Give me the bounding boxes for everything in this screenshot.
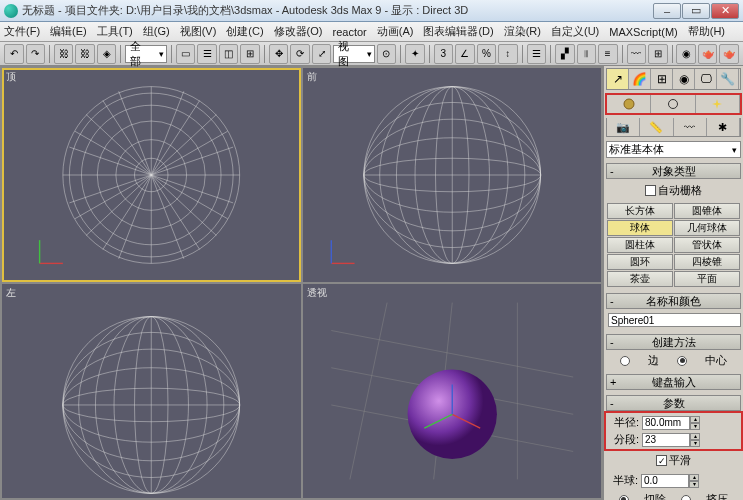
btn-box[interactable]: 长方体 <box>607 203 673 219</box>
menu-file[interactable]: 文件(F) <box>4 24 40 39</box>
btn-sphere[interactable]: 球体 <box>607 220 673 236</box>
viewport-front[interactable]: 前 <box>303 68 602 282</box>
cat-geometry-icon[interactable] <box>607 95 651 113</box>
cat-systems-icon[interactable]: ✱ <box>707 118 740 136</box>
minimize-button[interactable]: – <box>653 3 681 19</box>
tab-hierarchy-icon[interactable]: ⊞ <box>651 69 673 89</box>
window-crossing-icon[interactable]: ⊞ <box>240 44 260 64</box>
object-name-input[interactable] <box>608 313 741 327</box>
btn-geosphere[interactable]: 几何球体 <box>674 220 740 236</box>
filter-select[interactable]: 全部 <box>125 45 166 63</box>
bind-icon[interactable]: ◈ <box>97 44 117 64</box>
cat-shapes-icon[interactable] <box>651 95 695 113</box>
btn-pyramid[interactable]: 四棱锥 <box>674 254 740 270</box>
btn-cylinder[interactable]: 圆柱体 <box>607 237 673 253</box>
link-icon[interactable]: ⛓ <box>54 44 74 64</box>
tab-display-icon[interactable]: 🖵 <box>695 69 717 89</box>
snap-angle-icon[interactable]: ∠ <box>455 44 475 64</box>
radio-edge[interactable] <box>620 356 630 366</box>
window-title: 无标题 - 项目文件夹: D:\用户目录\我的文档\3dsmax - Autod… <box>22 3 653 18</box>
mirror-icon[interactable]: ▞ <box>555 44 575 64</box>
tab-utilities-icon[interactable]: 🔧 <box>717 69 739 89</box>
menu-modifiers[interactable]: 修改器(O) <box>274 24 323 39</box>
radius-spin-down[interactable]: ▾ <box>690 423 700 430</box>
quick-render-icon[interactable]: 🫖 <box>719 44 739 64</box>
autogrid-checkbox[interactable] <box>645 185 656 196</box>
select-icon[interactable]: ▭ <box>176 44 196 64</box>
cat-spacewarps-icon[interactable]: 〰 <box>674 118 707 136</box>
menu-bar: 文件(F) 编辑(E) 工具(T) 组(G) 视图(V) 创建(C) 修改器(O… <box>0 22 743 42</box>
rollout-creation-method[interactable]: -创建方法 <box>606 334 741 350</box>
menu-graph[interactable]: 图表编辑器(D) <box>423 24 493 39</box>
btn-cone[interactable]: 圆锥体 <box>674 203 740 219</box>
snap-percent-icon[interactable]: % <box>477 44 497 64</box>
radius-spin-up[interactable]: ▴ <box>690 416 700 423</box>
viewport-perspective[interactable]: 透视 <box>303 284 602 498</box>
layers-icon[interactable]: ≡ <box>598 44 618 64</box>
tab-motion-icon[interactable]: ◉ <box>673 69 695 89</box>
schematic-icon[interactable]: ⊞ <box>648 44 668 64</box>
create-category-tabs-2: 📷 📏 〰 ✱ <box>606 118 741 137</box>
unlink-icon[interactable]: ⛓ <box>75 44 95 64</box>
menu-create[interactable]: 创建(C) <box>226 24 263 39</box>
radio-center[interactable] <box>677 356 687 366</box>
curve-editor-icon[interactable]: 〰 <box>627 44 647 64</box>
btn-teapot[interactable]: 茶壶 <box>607 271 673 287</box>
cat-lights-icon[interactable] <box>696 95 740 113</box>
viewport-front-label: 前 <box>307 70 317 84</box>
rollout-object-type[interactable]: -对象类型 <box>606 163 741 179</box>
rotate-icon[interactable]: ⟳ <box>290 44 310 64</box>
material-icon[interactable]: ◉ <box>676 44 696 64</box>
select-region-icon[interactable]: ◫ <box>219 44 239 64</box>
move-icon[interactable]: ✥ <box>269 44 289 64</box>
smooth-checkbox[interactable]: ✓ <box>656 455 667 466</box>
spinner-snap-icon[interactable]: ↕ <box>498 44 518 64</box>
hemi-input[interactable] <box>641 474 689 488</box>
menu-maxscript[interactable]: MAXScript(M) <box>609 26 677 38</box>
svg-line-47 <box>349 303 386 480</box>
scale-icon[interactable]: ⤢ <box>312 44 332 64</box>
pivot-icon[interactable]: ⊙ <box>377 44 397 64</box>
cat-helpers-icon[interactable]: 📏 <box>640 118 673 136</box>
menu-help[interactable]: 帮助(H) <box>688 24 725 39</box>
viewport-left[interactable]: 左 <box>2 284 301 498</box>
btn-torus[interactable]: 圆环 <box>607 254 673 270</box>
menu-view[interactable]: 视图(V) <box>180 24 217 39</box>
select-name-icon[interactable]: ☰ <box>197 44 217 64</box>
cat-cameras-icon[interactable]: 📷 <box>607 118 640 136</box>
menu-reactor[interactable]: reactor <box>333 26 367 38</box>
close-button[interactable]: ✕ <box>711 3 739 19</box>
menu-group[interactable]: 组(G) <box>143 24 170 39</box>
menu-animation[interactable]: 动画(A) <box>377 24 414 39</box>
manip-icon[interactable]: ✦ <box>405 44 425 64</box>
radius-input[interactable] <box>642 416 690 430</box>
redo-icon[interactable]: ↷ <box>26 44 46 64</box>
segments-input[interactable] <box>642 433 690 447</box>
app-icon <box>4 4 18 18</box>
rollout-keyboard-entry[interactable]: +键盘输入 <box>606 374 741 390</box>
snap3d-icon[interactable]: 3 <box>434 44 454 64</box>
maximize-button[interactable]: ▭ <box>682 3 710 19</box>
render-scene-icon[interactable]: 🫖 <box>698 44 718 64</box>
tab-create-icon[interactable]: ↗ <box>607 69 629 89</box>
menu-tools[interactable]: 工具(T) <box>97 24 133 39</box>
rollout-name-color[interactable]: -名称和颜色 <box>606 293 741 309</box>
radio-squash[interactable] <box>681 495 691 501</box>
menu-customize[interactable]: 自定义(U) <box>551 24 599 39</box>
align-icon[interactable]: ⫴ <box>577 44 597 64</box>
refcoord-select[interactable]: 视图 <box>333 45 374 63</box>
undo-icon[interactable]: ↶ <box>4 44 24 64</box>
menu-render[interactable]: 渲染(R) <box>504 24 541 39</box>
named-sel-icon[interactable]: ☰ <box>527 44 547 64</box>
segments-spin-up[interactable]: ▴ <box>690 433 700 440</box>
viewport-top[interactable]: 顶 <box>2 68 301 282</box>
tab-modify-icon[interactable]: 🌈 <box>629 69 651 89</box>
btn-tube[interactable]: 管状体 <box>674 237 740 253</box>
menu-edit[interactable]: 编辑(E) <box>50 24 87 39</box>
segments-spin-down[interactable]: ▾ <box>690 440 700 447</box>
radio-chop[interactable] <box>619 495 629 501</box>
segments-label: 分段: <box>611 432 639 447</box>
btn-plane[interactable]: 平面 <box>674 271 740 287</box>
primitive-category-select[interactable]: 标准基本体 <box>606 141 741 158</box>
rollout-parameters[interactable]: -参数 <box>606 395 741 411</box>
